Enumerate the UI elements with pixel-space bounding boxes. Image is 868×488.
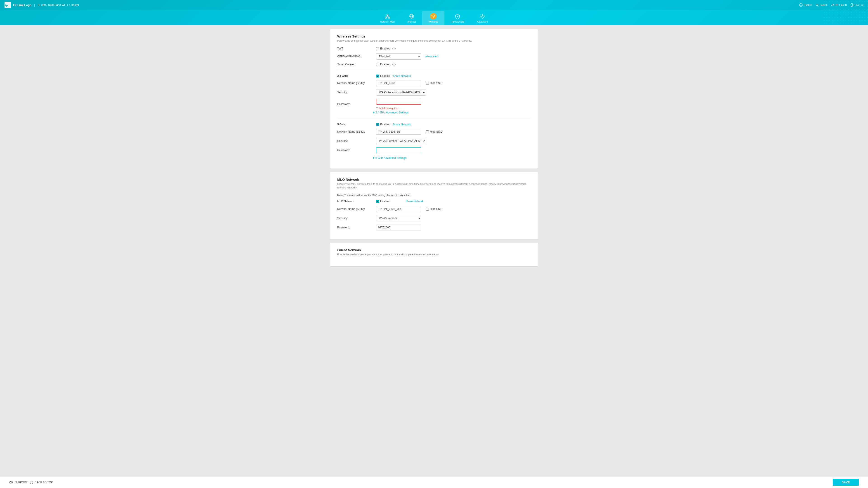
- hide-ssid-24ghz-wrap[interactable]: Hide SSID: [426, 82, 442, 85]
- security-5ghz-select[interactable]: WPA3-Personal+WPA2-PSK[AES] WPA2-PSK[AES…: [376, 138, 426, 144]
- svg-rect-8: [388, 17, 390, 18]
- password-5ghz-input[interactable]: [376, 147, 421, 153]
- logout-button[interactable]: Log Out: [850, 3, 864, 6]
- mlo-security-select[interactable]: WPA3-Personal WPA2-PSK[AES]: [376, 215, 421, 221]
- ssid-5ghz-label: Network Name (SSID):: [337, 130, 373, 133]
- band-5ghz-enabled-wrap[interactable]: Enabled: [376, 123, 390, 126]
- advanced-label: Advanced: [477, 20, 488, 23]
- mlo-ssid-control: Hide SSID: [376, 206, 531, 212]
- smart-connect-checkbox[interactable]: [376, 63, 379, 66]
- support-label: SUPPORT: [14, 481, 28, 484]
- password-5ghz-control: [376, 147, 531, 153]
- password-5ghz-label: Password:: [337, 149, 373, 152]
- save-button[interactable]: SAVE: [833, 479, 859, 486]
- support-icon: [9, 480, 13, 484]
- svg-rect-5: [851, 4, 852, 6]
- band-5ghz-enabled-label: Enabled: [380, 123, 390, 126]
- wireless-label: Wireless: [429, 20, 438, 23]
- advanced-24ghz-link[interactable]: 2.4 GHz Advanced Settings: [373, 111, 531, 114]
- nav-internet[interactable]: Internet: [401, 11, 422, 25]
- wireless-settings-desc: Personalize settings for each band or en…: [337, 39, 531, 42]
- band-24ghz-checkbox[interactable]: [376, 74, 379, 77]
- hide-ssid-5ghz-wrap[interactable]: Hide SSID: [426, 130, 442, 133]
- band-5ghz-checkbox[interactable]: [376, 123, 379, 126]
- advanced-24ghz-arrow-icon: [373, 111, 375, 113]
- note-bold: Note:: [337, 194, 344, 197]
- ofdma-select[interactable]: Disabled OFDMA MU-MIMO OFDMA+MU-MIMO: [376, 53, 421, 60]
- band-24ghz-share-link[interactable]: Share Network: [393, 74, 411, 77]
- hide-ssid-5ghz-checkbox[interactable]: [426, 130, 429, 133]
- smart-connect-label: Smart Connect:: [337, 63, 373, 66]
- search-icon: [815, 3, 819, 6]
- password-24ghz-control: This field is required.: [376, 99, 531, 109]
- mlo-share-link[interactable]: Share Network: [405, 200, 423, 203]
- hide-ssid-5ghz-label: Hide SSID: [430, 130, 442, 133]
- wireless-settings-title: Wireless Settings: [337, 34, 531, 38]
- band-24ghz-enabled-wrap[interactable]: Enabled: [376, 74, 390, 77]
- advanced-5ghz-arrow-icon: [373, 157, 375, 159]
- password-24ghz-error: This field is required.: [376, 107, 399, 109]
- band-5ghz-share-link[interactable]: Share Network: [393, 123, 411, 126]
- security-24ghz-select[interactable]: WPA3-Personal+WPA2-PSK[AES] WPA2-PSK[AES…: [376, 89, 426, 96]
- language-icon: A: [799, 3, 803, 7]
- ssid-5ghz-control: Hide SSID: [376, 129, 531, 135]
- mlo-network-label: MLO Network:: [337, 200, 373, 203]
- mlo-hide-ssid-checkbox[interactable]: [426, 207, 429, 210]
- main-content: Wireless Settings Personalize settings f…: [326, 25, 542, 288]
- ssid-24ghz-input[interactable]: [376, 80, 421, 86]
- smart-connect-enabled-label: Enabled: [380, 63, 390, 66]
- support-button[interactable]: SUPPORT: [9, 480, 28, 484]
- mlo-security-row: Security: WPA3-Personal WPA2-PSK[AES]: [337, 215, 531, 221]
- tplink-id-button[interactable]: TP-Link ID: [831, 3, 847, 6]
- device-name: BE3600 Dual-Band Wi-Fi 7 Router: [37, 3, 79, 6]
- mlo-ssid-label: Network Name (SSID):: [337, 207, 373, 210]
- twt-checkbox[interactable]: [376, 47, 379, 50]
- back-to-top-button[interactable]: BACK TO TOP: [29, 480, 53, 484]
- nav-network-map[interactable]: Network Map: [374, 11, 401, 25]
- footer-left: SUPPORT BACK TO TOP: [9, 480, 53, 484]
- smart-connect-help-icon[interactable]: ?: [393, 63, 396, 66]
- ssid-5ghz-row: Network Name (SSID): Hide SSID: [337, 129, 531, 135]
- password-24ghz-label: Password:: [337, 103, 373, 106]
- ssid-5ghz-input[interactable]: [376, 129, 421, 135]
- mlo-password-label: Password:: [337, 226, 373, 229]
- mlo-password-row: Password:: [337, 225, 531, 230]
- twt-help-icon[interactable]: ?: [393, 47, 396, 50]
- nav-homeshield[interactable]: HomeShield: [444, 11, 471, 25]
- svg-text:tp: tp: [5, 4, 8, 7]
- mlo-hide-ssid-wrap[interactable]: Hide SSID: [426, 207, 442, 210]
- security-24ghz-row: Security: WPA3-Personal+WPA2-PSK[AES] WP…: [337, 89, 531, 96]
- guest-network-desc: Enable the wireless bands you want your …: [337, 253, 531, 256]
- advanced-5ghz-link[interactable]: 5 GHz Advanced Settings: [373, 156, 531, 160]
- whats-this-link[interactable]: What's this?: [425, 55, 438, 58]
- security-24ghz-label: Security:: [337, 91, 373, 94]
- internet-icon: [408, 13, 415, 20]
- svg-rect-7: [385, 17, 386, 18]
- nav-advanced[interactable]: Advanced: [471, 11, 494, 25]
- smart-connect-enabled-wrap[interactable]: Enabled: [376, 63, 390, 66]
- language-selector[interactable]: A English: [799, 3, 812, 7]
- mlo-enabled-wrap[interactable]: Enabled: [376, 200, 390, 203]
- mlo-note: Note: The router will reboot for MLO set…: [337, 194, 531, 197]
- password-24ghz-input[interactable]: [376, 99, 421, 105]
- mlo-password-input[interactable]: [376, 225, 421, 230]
- tplink-logo-icon: tp: [4, 2, 11, 8]
- security-5ghz-control: WPA3-Personal+WPA2-PSK[AES] WPA2-PSK[AES…: [376, 138, 531, 144]
- mlo-checkbox[interactable]: [376, 200, 379, 203]
- language-label: English: [804, 4, 812, 6]
- security-5ghz-row: Security: WPA3-Personal+WPA2-PSK[AES] WP…: [337, 138, 531, 144]
- header-separator: |: [34, 3, 35, 7]
- svg-point-12: [433, 17, 433, 18]
- ofdma-label: OFDMA/MU-MIMO:: [337, 55, 373, 58]
- nav-wireless[interactable]: Wireless: [422, 11, 444, 25]
- search-button[interactable]: Search: [815, 3, 828, 6]
- twt-enabled-wrap[interactable]: Enabled: [376, 47, 390, 50]
- mlo-enable-row: MLO Network: Enabled Share Network: [337, 200, 531, 203]
- svg-point-16: [30, 481, 33, 484]
- band-5ghz-section: 5 GHz: Enabled Share Network Network Nam…: [337, 118, 531, 160]
- mlo-security-control: WPA3-Personal WPA2-PSK[AES]: [376, 215, 531, 221]
- mlo-ssid-input[interactable]: [376, 206, 421, 212]
- svg-point-4: [832, 4, 833, 5]
- band-5ghz-label: 5 GHz:: [337, 123, 373, 126]
- hide-ssid-24ghz-checkbox[interactable]: [426, 82, 429, 85]
